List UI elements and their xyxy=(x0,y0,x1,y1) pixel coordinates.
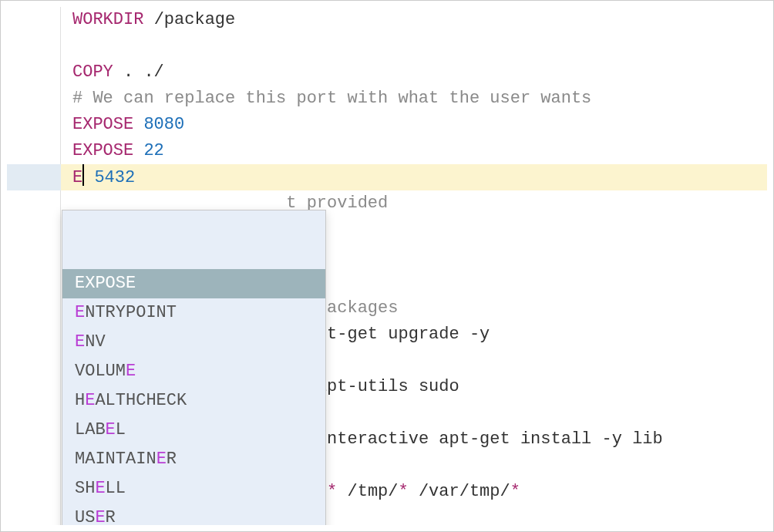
token-num: 22 xyxy=(143,141,163,160)
current-line-gutter-highlight xyxy=(7,164,61,190)
token-plain: /tmp/ xyxy=(337,482,398,501)
autocomplete-item[interactable]: ENV xyxy=(62,328,325,357)
match-highlight: E xyxy=(95,479,105,498)
token-plain: /var/tmp/ xyxy=(409,482,510,501)
token-glob: * xyxy=(327,482,337,501)
gutter xyxy=(7,7,61,525)
autocomplete-item[interactable]: ENTRYPOINT xyxy=(62,298,325,328)
token-plain: apt-utils sudo xyxy=(307,377,459,396)
token-glob: * xyxy=(399,482,409,501)
autocomplete-item[interactable]: VOLUME xyxy=(62,357,325,386)
autocomplete-item[interactable]: SHELL xyxy=(62,474,325,503)
match-text: XPOSE xyxy=(85,274,136,293)
match-text: NTRYPOINT xyxy=(85,303,177,322)
match-text: LAB xyxy=(75,420,106,439)
match-highlight: E xyxy=(106,420,116,439)
match-text: H xyxy=(75,391,85,410)
match-text: ALTHCHECK xyxy=(95,391,187,410)
match-highlight: E xyxy=(75,303,85,322)
token-plain: noninteractive apt-get install xyxy=(286,429,601,449)
autocomplete-popup[interactable]: EXPOSEENTRYPOINTENVVOLUMEHEALTHCHECKLABE… xyxy=(62,210,326,525)
token-plain: lib xyxy=(622,429,663,449)
match-text: L xyxy=(116,420,126,439)
token-plain xyxy=(84,168,94,187)
editor-frame: WORKDIR /packageCOPY . ./# We can replac… xyxy=(0,0,774,532)
match-text: R xyxy=(106,508,116,525)
code-line[interactable]: WORKDIR /package xyxy=(72,7,767,33)
code-line[interactable]: COPY . ./ xyxy=(72,59,767,86)
token-flag: -y xyxy=(469,325,490,344)
token-num: 5432 xyxy=(94,168,135,187)
code-line[interactable]: EXPOSE 8080 xyxy=(72,112,767,138)
code-line[interactable]: # We can replace this port with what the… xyxy=(72,86,767,112)
match-highlight: E xyxy=(126,362,136,381)
code-line[interactable]: E 5432 xyxy=(72,164,767,190)
autocomplete-item[interactable]: EXPOSE xyxy=(62,269,325,298)
match-text: R xyxy=(167,450,177,469)
token-kw: EXPOSE xyxy=(72,141,133,160)
match-highlight: E xyxy=(95,508,105,525)
autocomplete-item[interactable]: USER xyxy=(62,503,325,525)
token-glob: * xyxy=(510,482,520,501)
match-text: VOLUM xyxy=(75,362,126,381)
token-kw: WORKDIR xyxy=(72,10,143,29)
code-editor[interactable]: WORKDIR /packageCOPY . ./# We can replac… xyxy=(7,7,767,525)
match-text: MAINTAIN xyxy=(75,450,156,469)
autocomplete-item[interactable]: MAINTAINER xyxy=(62,445,325,474)
match-text: NV xyxy=(85,332,105,352)
token-plain xyxy=(133,141,143,160)
autocomplete-item[interactable]: LABEL xyxy=(62,416,325,445)
token-kw: E xyxy=(72,168,82,187)
match-highlight: E xyxy=(85,391,95,410)
token-cmt: # We can replace this port with what the… xyxy=(72,89,591,108)
match-highlight: E xyxy=(156,450,167,469)
autocomplete-item[interactable]: HEALTHCHECK xyxy=(62,386,325,416)
match-text: US xyxy=(75,508,95,525)
token-path: /package xyxy=(154,10,236,29)
code-line[interactable] xyxy=(72,33,767,59)
match-highlight: E xyxy=(75,332,85,352)
token-plain xyxy=(133,115,143,134)
token-kw: COPY xyxy=(72,62,113,82)
match-text: LL xyxy=(106,479,126,498)
token-kw: EXPOSE xyxy=(72,115,133,134)
match-highlight: E xyxy=(75,274,85,293)
token-plain xyxy=(143,10,153,29)
match-text: SH xyxy=(75,479,95,498)
code-line[interactable]: EXPOSE 22 xyxy=(72,138,767,164)
token-flag: -y xyxy=(602,429,622,449)
token-num: 8080 xyxy=(143,115,184,134)
token-plain: . ./ xyxy=(113,62,164,82)
